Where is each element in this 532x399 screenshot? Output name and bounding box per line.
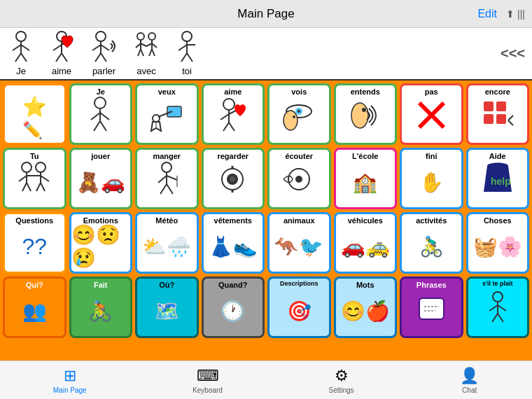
- svg-line-99: [489, 305, 498, 311]
- cell-ecouter[interactable]: écouter: [267, 148, 331, 209]
- qui-icon: 👥: [22, 300, 47, 323]
- cell-silteplait[interactable]: s'il te plait: [466, 276, 530, 338]
- svg-point-57: [351, 103, 368, 128]
- svg-point-24: [148, 33, 155, 40]
- cell-activites-label: activités: [403, 216, 460, 225]
- tab-bar: ⊞ Main Page ⌨ Keyboard ⚙ Settings 👤 Chat: [0, 360, 532, 399]
- silteplait-icon: [484, 291, 512, 331]
- cell-vetements[interactable]: vêtements 👗👟: [202, 212, 265, 274]
- svg-point-12: [96, 31, 106, 41]
- svg-line-66: [508, 120, 513, 125]
- cell-fini-label: fini: [403, 152, 460, 160]
- svg-line-81: [158, 176, 167, 183]
- stars-icon: ⭐✏️: [22, 95, 47, 141]
- cell-je[interactable]: Je: [69, 83, 133, 145]
- grid-row-3: Questions ?? Emotions 😊😟😢 Météo ⛅🌧️ vête…: [3, 212, 529, 274]
- cell-qui[interactable]: Qui? 👥: [3, 276, 66, 338]
- svg-line-65: [508, 115, 513, 120]
- sentence-toi[interactable]: toi: [173, 31, 201, 76]
- sentence-parler[interactable]: parler: [88, 31, 120, 76]
- phrases-icon: [416, 295, 447, 328]
- tab-settings[interactable]: ⚙ Settings: [328, 367, 354, 394]
- cell-vois[interactable]: vois: [267, 83, 331, 145]
- cell-fait-label: Fait: [73, 281, 130, 289]
- cell-entends[interactable]: entends: [334, 83, 398, 145]
- vois-icon: [280, 96, 318, 139]
- cell-emotions[interactable]: Emotions 😊😟😢: [69, 212, 133, 274]
- encore-icon: [478, 96, 517, 139]
- tab-keyboard[interactable]: ⌨ Keyboard: [192, 367, 223, 394]
- main-page-icon: ⊞: [64, 367, 76, 385]
- svg-line-10: [56, 53, 62, 62]
- svg-line-38: [91, 113, 100, 120]
- cell-regarder[interactable]: regarder: [202, 148, 265, 209]
- sentence-items: Je aime: [7, 31, 201, 76]
- cell-tu[interactable]: Tu: [3, 148, 66, 209]
- cell-encore[interactable]: encore: [466, 83, 530, 145]
- cell-jouer[interactable]: jouer 🧸🚗: [69, 148, 133, 209]
- cell-stars[interactable]: ⭐✏️: [3, 83, 66, 145]
- cell-vehicules[interactable]: véhicules 🚗🚕: [334, 212, 398, 274]
- svg-line-39: [100, 113, 109, 120]
- svg-point-30: [182, 31, 192, 41]
- svg-line-102: [498, 314, 503, 322]
- cell-aime[interactable]: aime: [202, 83, 265, 145]
- tab-main-page[interactable]: ⊞ Main Page: [53, 367, 87, 394]
- svg-rect-94: [419, 298, 444, 319]
- svg-line-51: [229, 122, 234, 131]
- svg-line-84: [167, 184, 173, 194]
- svg-point-97: [493, 292, 503, 302]
- cell-activites[interactable]: activités 🚴‍♂️: [400, 212, 463, 274]
- svg-line-21: [141, 43, 146, 46]
- svg-point-88: [230, 176, 235, 182]
- sentence-back-button[interactable]: <<<: [500, 46, 525, 62]
- svg-line-72: [22, 183, 27, 191]
- cell-fini[interactable]: fini ✋: [400, 148, 463, 209]
- cell-phrases-label: Phrases: [403, 281, 460, 289]
- sentence-aime[interactable]: aime: [48, 31, 76, 76]
- cell-quand[interactable]: Quand? 🕐: [202, 276, 265, 338]
- sentence-avec[interactable]: avec: [132, 31, 160, 76]
- back-icon[interactable]: ⬆ |||: [506, 8, 525, 20]
- cell-animaux[interactable]: animaux 🦘🐦: [267, 212, 331, 274]
- edit-button[interactable]: Edit: [477, 8, 497, 20]
- sentence-je[interactable]: Je: [7, 31, 35, 76]
- svg-line-35: [187, 53, 192, 62]
- cell-manger[interactable]: manger: [135, 148, 199, 209]
- cell-ou[interactable]: Où? 🗺️: [135, 276, 199, 338]
- aide-icon: help: [480, 160, 515, 204]
- cell-ecouter-label: écouter: [271, 152, 328, 160]
- svg-line-48: [220, 114, 229, 120]
- cell-fait[interactable]: Fait 🚴: [69, 276, 133, 338]
- svg-line-78: [41, 183, 45, 191]
- cell-aide-label: Aide: [470, 152, 526, 160]
- toi-label: toi: [182, 66, 192, 76]
- cell-mots[interactable]: Mots 😊🍎: [334, 276, 398, 338]
- cell-descriptions[interactable]: Descriptions 🎯: [267, 276, 331, 338]
- svg-line-34: [181, 53, 187, 62]
- cell-choses[interactable]: Choses 🧺🌸: [466, 212, 530, 274]
- svg-point-54: [298, 110, 300, 113]
- cell-veux[interactable]: veux: [135, 83, 199, 145]
- cell-phrases[interactable]: Phrases: [400, 276, 463, 338]
- mots-icon: 😊🍎: [341, 300, 390, 323]
- svg-line-76: [41, 176, 49, 181]
- svg-rect-63: [484, 114, 493, 124]
- svg-line-27: [152, 43, 157, 48]
- emotions-icon: 😊😟😢: [71, 223, 131, 270]
- svg-line-82: [167, 176, 177, 180]
- je-icon: [7, 31, 35, 66]
- svg-point-67: [22, 162, 31, 172]
- cell-aide[interactable]: Aide help: [466, 148, 530, 209]
- chat-label: Chat: [462, 386, 477, 394]
- cell-pas[interactable]: pas: [400, 83, 463, 145]
- cell-lecole[interactable]: L'école 🏫: [334, 148, 398, 209]
- keyboard-label: Keyboard: [192, 386, 223, 394]
- parler-label: parler: [92, 66, 115, 76]
- tab-chat[interactable]: 👤 Chat: [460, 367, 479, 394]
- svg-point-92: [295, 176, 302, 183]
- cell-questions[interactable]: Questions ??: [3, 212, 66, 274]
- cell-descriptions-label: Descriptions: [271, 281, 328, 288]
- cell-meteo[interactable]: Météo ⛅🌧️: [135, 212, 199, 274]
- svg-line-83: [160, 184, 167, 194]
